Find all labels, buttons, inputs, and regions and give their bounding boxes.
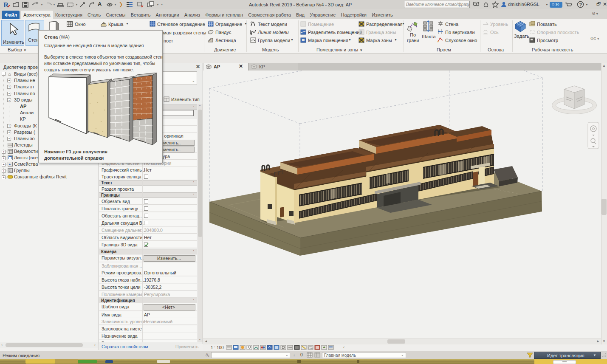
- svg-text:?: ?: [579, 2, 582, 7]
